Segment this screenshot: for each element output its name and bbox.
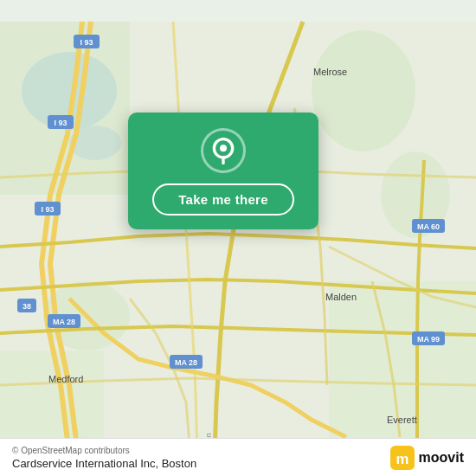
take-me-there-button[interactable]: Take me there xyxy=(152,183,294,215)
svg-rect-6 xyxy=(329,281,476,454)
svg-text:m: m xyxy=(396,451,408,467)
svg-text:MA 28: MA 28 xyxy=(175,358,197,367)
map-container: I 93 I 93 I 93 MA 28 MA 28 38 MA 60 MA 9… xyxy=(0,0,476,476)
svg-point-4 xyxy=(312,30,415,151)
svg-text:Everett: Everett xyxy=(387,415,417,425)
svg-text:I 93: I 93 xyxy=(80,38,93,47)
moovit-text: moovit xyxy=(419,450,464,466)
map-background: I 93 I 93 I 93 MA 28 MA 28 38 MA 60 MA 9… xyxy=(0,0,476,476)
moovit-icon: m xyxy=(390,446,415,470)
card-overlay: Take me there xyxy=(128,113,318,229)
bottom-bar: © OpenStreetMap contributors Cardservice… xyxy=(0,438,476,476)
svg-text:MA 60: MA 60 xyxy=(417,222,440,231)
location-label: Cardservice International Inc, Boston xyxy=(12,457,196,470)
svg-text:MA 99: MA 99 xyxy=(417,335,440,344)
svg-text:Melrose: Melrose xyxy=(313,67,347,77)
svg-text:I 93: I 93 xyxy=(54,119,67,127)
svg-text:MA 28: MA 28 xyxy=(53,318,75,326)
svg-point-32 xyxy=(220,145,227,151)
svg-text:I 93: I 93 xyxy=(41,205,54,214)
bottom-left: © OpenStreetMap contributors Cardservice… xyxy=(12,446,196,470)
location-pin-icon xyxy=(201,128,246,173)
map-attribution: © OpenStreetMap contributors xyxy=(12,446,196,455)
moovit-logo: m moovit xyxy=(390,446,464,470)
svg-text:Medford: Medford xyxy=(48,374,83,384)
svg-text:Malden: Malden xyxy=(325,292,357,302)
svg-text:38: 38 xyxy=(23,302,31,311)
